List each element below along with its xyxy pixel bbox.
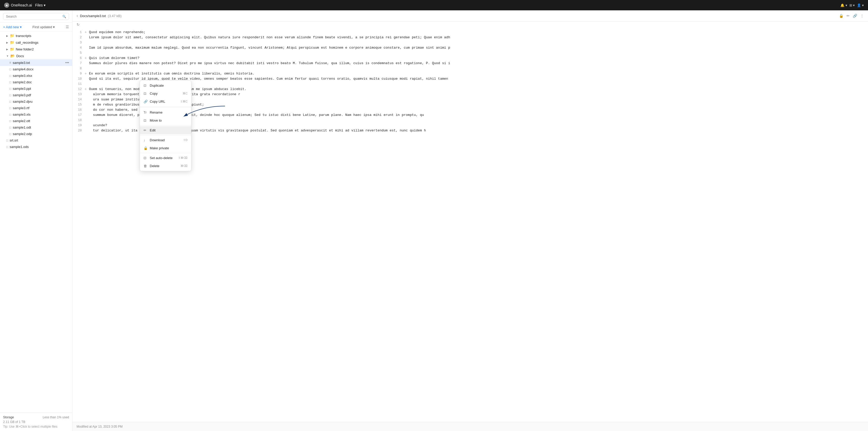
- file-item-sample2-ott[interactable]: □ sample2.ott: [0, 118, 72, 124]
- search-input[interactable]: [6, 14, 60, 19]
- folder-item-docs[interactable]: ▼ 📂 Docs: [0, 53, 72, 59]
- line-content: do cor non habere, sed ne palatum quidem…: [89, 107, 868, 113]
- folder-label: New folder2: [16, 47, 69, 51]
- line-content: Lorem ipsum dolor sit amet, consectetur …: [89, 35, 868, 40]
- files-menu[interactable]: Files ▾: [35, 3, 46, 7]
- menu-item-icon-copy-url: 🔗: [144, 100, 148, 103]
- file-label: sample2.djvu: [13, 100, 69, 103]
- file-icon: □: [9, 126, 11, 129]
- context-menu-item-rename[interactable]: TrRename: [140, 109, 191, 116]
- menu-item-icon-make-private: 🔒: [144, 146, 148, 150]
- file-item-sample3-xlsx[interactable]: □ sample3.xlsx: [0, 72, 72, 79]
- file-label: sample2.ott: [13, 119, 69, 123]
- file-item-srt[interactable]: □ srt.srt: [0, 137, 72, 144]
- line-indicator: ◇: [85, 87, 89, 92]
- notifications-button[interactable]: 🔔 ▾: [840, 3, 847, 7]
- file-icon: □: [9, 132, 11, 136]
- context-menu-item-edit[interactable]: ✏Edit: [140, 126, 191, 134]
- code-line: 4Iam id ipsum absurdum, maximum malum ne…: [72, 45, 868, 51]
- menu-item-icon-download: ↓: [144, 138, 148, 142]
- line-content: tur delicatior, ut ita dicam, molliorque…: [89, 128, 868, 133]
- line-number: 19: [72, 123, 85, 128]
- apps-button[interactable]: ⊞ ▾: [849, 3, 855, 7]
- context-menu-item-duplicate[interactable]: ⊡Duplicate: [140, 82, 191, 90]
- menu-item-icon-delete: 🗑: [144, 164, 148, 168]
- code-line: 6◇Quis istum dolorem timet?: [72, 56, 868, 61]
- link-icon[interactable]: 🔗: [853, 14, 857, 18]
- file-item-sample4-docx[interactable]: □ sample4.docx: [0, 66, 72, 72]
- chevron-right-icon: ▶: [6, 34, 8, 37]
- line-number: 8: [72, 66, 85, 71]
- file-item-sample3-pdf[interactable]: □ sample3.pdf: [0, 92, 72, 98]
- line-indicator: ◇: [85, 71, 89, 76]
- code-line: 17 summum bonum diceret, primum in eo ip…: [72, 113, 868, 118]
- file-item-sample1-ods[interactable]: □ sample1.ods: [0, 144, 72, 150]
- context-menu-item-delete[interactable]: 🗑Delete⌘⌫: [140, 162, 191, 170]
- folder-item-new-folder2[interactable]: ▶ 📁 New folder2: [0, 46, 72, 53]
- breadcrumb-filename: sample3.txt: [89, 14, 106, 18]
- context-menu-item-set-auto-delete[interactable]: ⊡Set auto-delete⇧⌘⌫: [140, 154, 191, 162]
- context-menu-item-copy[interactable]: ⊡Copy⌘C: [140, 90, 191, 97]
- storage-detail: 2.11 GB of 1 TB: [3, 420, 69, 424]
- file-item-sample3-ppt[interactable]: □ sample3.ppt: [0, 85, 72, 92]
- more-options-icon[interactable]: •••: [65, 61, 69, 65]
- sort-button[interactable]: First updated ▾: [33, 25, 55, 29]
- search-box[interactable]: 🔍: [3, 13, 69, 20]
- folder-item-call-recordings[interactable]: ▶ 📁 call_recordings: [0, 39, 72, 46]
- file-list: ▶ 📁 transcripts ▶ 📁 call_recordings ▶ 📁 …: [0, 31, 72, 412]
- header-right: 🔒 ✏ 🔗 ⋮: [839, 14, 864, 18]
- user-button[interactable]: 👤 ▾: [857, 3, 864, 7]
- edit-icon[interactable]: ✏: [846, 14, 850, 18]
- file-item-sample2-doc[interactable]: □ sample2.doc: [0, 79, 72, 85]
- file-icon: □: [9, 93, 11, 97]
- menu-item-label-copy-url: Copy URL: [150, 100, 165, 103]
- file-item-sample3-txt[interactable]: ≡ sample3.txt •••: [0, 59, 72, 66]
- content-footer: Modified at Apr 13, 2023 3:05 PM: [72, 422, 868, 431]
- menu-item-icon-move-to: ⊡: [144, 119, 148, 122]
- line-number: 3: [72, 40, 85, 45]
- line-number: 11: [72, 82, 85, 87]
- file-item-sample1-odt[interactable]: □ sample1.odt: [0, 124, 72, 131]
- breadcrumb-path: Docs/: [80, 14, 89, 18]
- code-lines: 1◇Quod equidem non reprehendo;2Lorem ips…: [72, 30, 868, 133]
- brand-logo[interactable]: ● OneReach.ai: [4, 3, 32, 8]
- code-line: 2Lorem ipsum dolor sit amet, consectetur…: [72, 35, 868, 40]
- refresh-button[interactable]: ↻: [76, 23, 80, 27]
- add-new-button[interactable]: + Add new ▾: [3, 25, 22, 29]
- line-number: 9: [72, 71, 85, 76]
- menu-item-label-edit: Edit: [150, 128, 155, 132]
- lock-icon[interactable]: 🔒: [839, 14, 843, 18]
- code-line: 15 m de rebus grandioribus dicas, ipsae …: [72, 102, 868, 107]
- line-number: 18: [72, 118, 85, 123]
- line-number: 13: [72, 92, 85, 97]
- file-icon: □: [9, 74, 11, 78]
- files-label: Files: [35, 3, 43, 7]
- filter-icon[interactable]: ☰: [66, 25, 69, 29]
- context-menu-item-copy-url[interactable]: 🔗Copy URL⇧⌘C: [140, 97, 191, 105]
- chevron-right-icon: ▶: [6, 41, 8, 44]
- folder-item-transcripts[interactable]: ▶ 📁 transcripts: [0, 32, 72, 39]
- file-icon: □: [6, 138, 8, 142]
- file-icon: □: [9, 113, 11, 116]
- menu-item-shortcut-copy: ⌘C: [183, 92, 187, 95]
- back-button[interactable]: ‹: [76, 13, 78, 18]
- add-new-label: + Add new: [3, 25, 19, 29]
- add-new-arrow-icon: ▾: [20, 25, 22, 29]
- context-menu-item-download[interactable]: ↓Download⇧D: [140, 136, 191, 144]
- file-item-sample3-xls[interactable]: □ sample3.xls: [0, 111, 72, 118]
- file-item-sample2-djvu[interactable]: □ sample2.djvu: [0, 98, 72, 105]
- file-item-sample2-odp[interactable]: □ sample2.odp: [0, 131, 72, 137]
- line-indicator: ◇: [85, 56, 89, 61]
- file-item-sample3-rtf[interactable]: □ sample3.rtf: [0, 105, 72, 111]
- search-icon: 🔍: [62, 15, 66, 19]
- nav-right: 🔔 ▾ ⊞ ▾ 👤 ▾: [840, 3, 864, 7]
- line-number: 20: [72, 128, 85, 133]
- context-menu-item-make-private[interactable]: 🔒Make private: [140, 144, 191, 152]
- line-content: Quis istum dolorem timet?: [89, 56, 868, 61]
- line-number: 15: [72, 102, 85, 107]
- file-label: sample2.doc: [13, 80, 69, 84]
- more-icon[interactable]: ⋮: [860, 14, 864, 18]
- line-indicator: ◇: [85, 30, 89, 35]
- file-size-label: (3.47 kB): [108, 14, 122, 18]
- context-menu-item-move-to[interactable]: ⊡Move to: [140, 116, 191, 124]
